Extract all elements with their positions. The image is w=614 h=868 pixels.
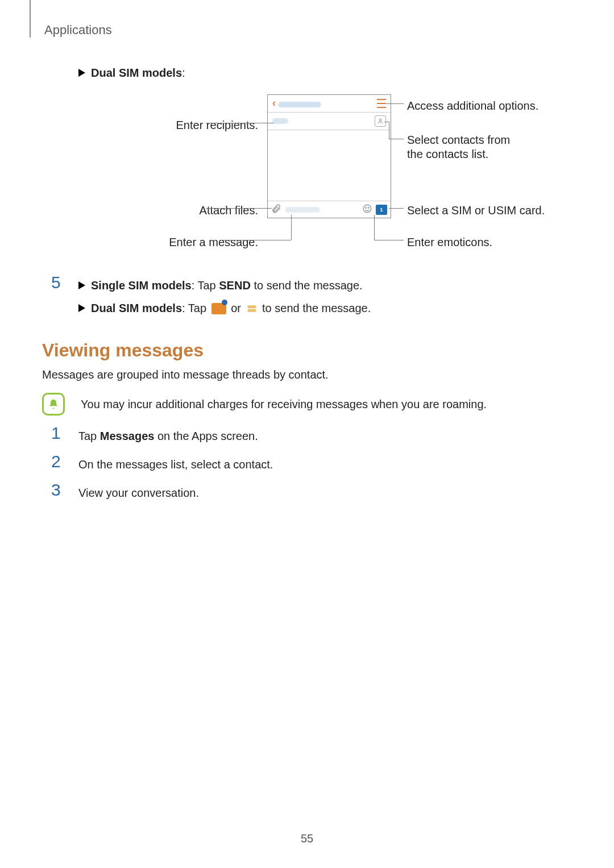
text: View your conversation. (78, 485, 199, 501)
connector (291, 215, 292, 240)
callout-enter-message: Enter a message. (127, 234, 258, 250)
text: On the messages list, select a contact. (78, 456, 273, 472)
triangle-bullet-icon (78, 281, 85, 289)
recipient-placeholder (272, 118, 288, 124)
bell-icon (42, 393, 65, 416)
callout-select-contacts: Select contacts from the contacts list. (407, 133, 526, 161)
connector (219, 240, 291, 240)
menu-icon (377, 99, 386, 108)
bullet-dual-sim-models: Dual SIM models: (78, 65, 574, 81)
step5-single-line: Single SIM models: Tap SEND to send the … (91, 277, 363, 293)
title-placeholder (278, 95, 377, 111)
connector (389, 122, 389, 139)
text: to send the message. (262, 302, 371, 314)
text: or (231, 302, 244, 314)
note-text: You may incur additional charges for rec… (81, 396, 487, 412)
triangle-bullet-icon (78, 69, 85, 77)
callout-enter-emoticons: Enter emoticons. (407, 234, 492, 250)
connector (384, 122, 389, 122)
triangle-bullet-icon (78, 304, 85, 312)
side-rule (30, 0, 31, 38)
step-number: 2 (51, 453, 78, 470)
connector (374, 240, 404, 240)
sim2-send-icon (246, 302, 258, 314)
contacts-icon (375, 115, 386, 127)
label-send: SEND (219, 279, 251, 292)
step5-dual-line: Dual SIM models: Tap or to send the mess… (91, 300, 371, 316)
callout-access-options: Access additional options. (407, 98, 538, 114)
svg-rect-4 (247, 305, 256, 308)
text: : Tap (192, 279, 219, 292)
text: on the Apps screen. (154, 430, 258, 442)
message-placeholder (285, 207, 320, 213)
svg-point-0 (379, 119, 381, 121)
text: to send the message. (251, 279, 363, 292)
breadcrumb: Applications (44, 22, 112, 39)
connector (206, 208, 272, 209)
page-number: 55 (0, 830, 614, 846)
label-messages-app: Messages (100, 430, 155, 442)
svg-point-1 (363, 205, 371, 213)
compose-screen-diagram: ‹ (127, 94, 525, 265)
phone-mock: ‹ (267, 94, 391, 218)
text: : Tap (182, 302, 210, 314)
sim1-send-icon (211, 303, 226, 314)
step-5: 5 Single SIM models: Tap SEND to send th… (51, 275, 574, 316)
connector (387, 103, 404, 104)
svg-point-2 (366, 207, 367, 209)
label-dual-sim: Dual SIM models (91, 67, 182, 79)
view-step-2: 2 On the messages list, select a contact… (51, 454, 574, 472)
callout-select-sim: Select a SIM or USIM card. (407, 202, 545, 218)
svg-rect-5 (247, 309, 256, 312)
view-step-1: 1 Tap Messages on the Apps screen. (51, 426, 574, 444)
callout-enter-recipients: Enter recipients. (127, 117, 258, 133)
step-number: 5 (51, 274, 78, 291)
viewing-intro: Messages are grouped into message thread… (42, 367, 574, 383)
label-dual-sim: Dual SIM models (91, 302, 182, 314)
text: Tap (78, 430, 100, 442)
back-icon: ‹ (272, 96, 276, 110)
connector (374, 215, 375, 240)
paperclip-icon (271, 202, 281, 218)
view-step-3: 3 View your conversation. (51, 483, 574, 501)
note-roaming: You may incur additional charges for rec… (42, 393, 574, 416)
step-number: 3 (51, 481, 78, 499)
label-single-sim: Single SIM models (91, 279, 192, 292)
sim-select-icon: 1 (376, 205, 387, 215)
step-number: 1 (51, 425, 78, 442)
connector (389, 208, 404, 209)
svg-point-3 (368, 207, 370, 209)
heading-viewing-messages: Viewing messages (42, 338, 574, 363)
emoticon-icon (362, 202, 372, 218)
connector (389, 139, 404, 139)
callout-attach-files: Attach files. (127, 202, 258, 218)
connector (206, 123, 274, 123)
